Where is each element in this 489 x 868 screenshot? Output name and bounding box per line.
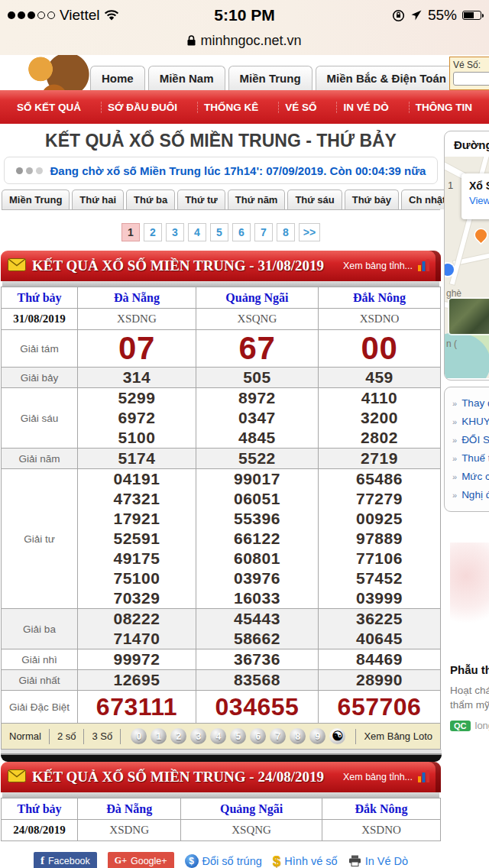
number-ball-button[interactable]: 8 — [290, 728, 306, 744]
sidebar-ad[interactable]: Phẫu th Hoạt chá thẩm mỹ QC long — [444, 542, 489, 731]
facebook-button[interactable]: f Facebook — [34, 852, 97, 868]
number-ball-button[interactable]: 5 — [230, 728, 246, 744]
province-code[interactable]: XSDNO — [318, 309, 440, 330]
column-header-province[interactable]: Đà Nẵng — [78, 287, 196, 309]
prize-number[interactable]: 0347 — [196, 408, 318, 428]
prize-number[interactable]: 673111 — [78, 691, 196, 723]
menu-item[interactable]: SỔ KẾT QUẢ — [11, 102, 87, 113]
prize-number[interactable]: 67 — [196, 330, 318, 367]
province-code[interactable]: XSDNG — [78, 309, 196, 330]
prize-number[interactable]: 75100 — [78, 568, 196, 588]
prize-number[interactable]: 07 — [78, 330, 196, 367]
prize-number[interactable]: 00925 — [319, 509, 440, 529]
province-code[interactable]: XSDNO — [322, 820, 440, 841]
pagination-page[interactable]: 3 — [166, 223, 184, 241]
prize-number[interactable]: 5522 — [196, 449, 318, 468]
province-code[interactable]: XSQNG — [196, 309, 318, 330]
prize-number[interactable]: 16033 — [196, 588, 318, 608]
prize-number[interactable]: 65486 — [319, 469, 440, 489]
column-header-province[interactable]: Quảng Ngãi — [196, 287, 318, 309]
xem-bang-tinh-link[interactable]: Xem bảng tỉnh... — [343, 261, 413, 271]
googleplus-button[interactable]: G+ Google+ — [108, 852, 174, 868]
nav-tab-mi-n-b-c-i-n-to-n[interactable]: Miền Bắc & Điện Toán — [316, 66, 458, 90]
day-tab[interactable]: Thứ sáu — [287, 189, 342, 209]
day-tab[interactable]: Thứ ba — [126, 189, 175, 209]
number-ball-button[interactable]: 6 — [250, 728, 266, 744]
prize-number[interactable]: 2802 — [319, 428, 440, 448]
menu-item[interactable]: VÉ SỐ — [278, 102, 322, 113]
map-satellite-thumbnail[interactable] — [449, 299, 489, 334]
prize-number[interactable]: 12695 — [78, 670, 196, 690]
map-popup[interactable]: Xổ S View — [461, 173, 489, 219]
day-tab[interactable]: Thứ năm — [228, 189, 286, 209]
sidebar-link[interactable]: »Thay đổ — [452, 394, 489, 413]
nav-tab-mi-n-trung[interactable]: Miền Trung — [228, 66, 313, 90]
xem-bang-loto-button[interactable]: Xem Bảng Loto — [355, 729, 440, 744]
number-ball-button[interactable]: 9 — [309, 728, 325, 744]
sidebar-link[interactable]: »KHUYẾ — [452, 413, 489, 431]
prize-number[interactable]: 17921 — [78, 509, 196, 529]
sidebar-link[interactable]: »Thuế th — [452, 449, 489, 468]
prize-number[interactable]: 034655 — [196, 691, 318, 723]
prize-number[interactable]: 3200 — [319, 408, 440, 428]
prize-number[interactable]: 52591 — [78, 529, 196, 549]
prize-number[interactable]: 505 — [196, 368, 318, 387]
column-header-province[interactable]: Đắk Nông — [322, 798, 440, 820]
url-bar[interactable]: minhngoc.net.vn — [0, 31, 489, 55]
day-tab[interactable]: Thứ bảy — [345, 189, 399, 209]
prize-number[interactable]: 5100 — [78, 428, 196, 448]
xem-bang-tinh-link[interactable]: Xem bảng tỉnh... — [343, 772, 413, 782]
pagination-page[interactable]: 8 — [277, 223, 295, 241]
number-ball-button[interactable]: 2 — [170, 728, 186, 744]
prize-number[interactable]: 57452 — [319, 568, 440, 588]
nav-tab-mi-n-nam[interactable]: Miền Nam — [148, 66, 225, 90]
prize-number[interactable]: 6972 — [78, 408, 196, 428]
doi-so-trung-link[interactable]: $ Đổi số trúng — [185, 854, 262, 868]
prize-number[interactable]: 36225 — [319, 609, 440, 629]
sidebar-link[interactable]: »Mức ch — [452, 468, 489, 486]
loto-mode-button[interactable]: 3 Số — [84, 729, 121, 744]
prize-number[interactable]: 77279 — [319, 489, 440, 509]
hinh-ve-so-link[interactable]: $ Hình vé số — [273, 853, 338, 868]
pagination-page[interactable]: 1 — [121, 223, 140, 241]
pagination-page[interactable]: 6 — [232, 223, 251, 241]
chart-icon[interactable] — [417, 769, 430, 785]
prize-number[interactable]: 03999 — [319, 588, 440, 608]
province-code[interactable]: XSQNG — [181, 820, 322, 841]
loto-mode-button[interactable]: 2 số — [50, 729, 85, 744]
prize-number[interactable]: 84469 — [319, 649, 440, 669]
prize-number[interactable]: 66122 — [196, 529, 318, 549]
menu-item[interactable]: THÔNG TIN — [409, 102, 478, 113]
menu-item[interactable]: THỐNG KÊ — [197, 102, 264, 113]
column-header-province[interactable]: Đắk Nông — [318, 287, 440, 309]
nav-tab-home[interactable]: Home — [90, 66, 145, 90]
prize-number[interactable]: 49175 — [78, 549, 196, 568]
day-tab[interactable]: Thứ tư — [177, 189, 225, 209]
chart-icon[interactable] — [417, 258, 430, 274]
prize-number[interactable]: 5299 — [78, 388, 196, 408]
in-ve-do-link[interactable]: In Vé Dò — [348, 855, 408, 867]
prize-number[interactable]: 06051 — [196, 489, 318, 509]
day-tab[interactable]: Thứ hai — [72, 189, 124, 209]
pagination-page[interactable]: 2 — [144, 223, 162, 241]
map-popup-view-link[interactable]: View — [469, 195, 489, 206]
prize-number[interactable]: 77106 — [319, 549, 440, 568]
prize-number[interactable]: 5174 — [78, 449, 196, 468]
map-restaurant-marker-icon[interactable] — [473, 227, 489, 243]
prize-number[interactable]: 47321 — [78, 489, 196, 509]
loto-mode-button[interactable]: Normal — [2, 729, 50, 744]
prize-number[interactable]: 55396 — [196, 509, 318, 529]
prize-number[interactable]: 36736 — [196, 649, 318, 669]
prize-number[interactable]: 4845 — [196, 428, 318, 448]
sidebar-link[interactable]: »Nghị đị — [452, 486, 489, 504]
number-ball-button[interactable]: 0 — [131, 728, 147, 744]
prize-number[interactable]: 40645 — [319, 629, 440, 649]
prize-number[interactable]: 60801 — [196, 549, 318, 568]
prize-number[interactable]: 97889 — [319, 529, 440, 549]
number-ball-button[interactable]: 1 — [151, 728, 167, 744]
yinyang-ball-icon[interactable]: ☯ — [329, 728, 345, 744]
prize-number[interactable]: 83568 — [196, 670, 318, 690]
prize-number[interactable]: 03976 — [196, 568, 318, 588]
prize-number[interactable]: 08222 — [78, 609, 196, 629]
number-ball-button[interactable]: 3 — [190, 728, 206, 744]
